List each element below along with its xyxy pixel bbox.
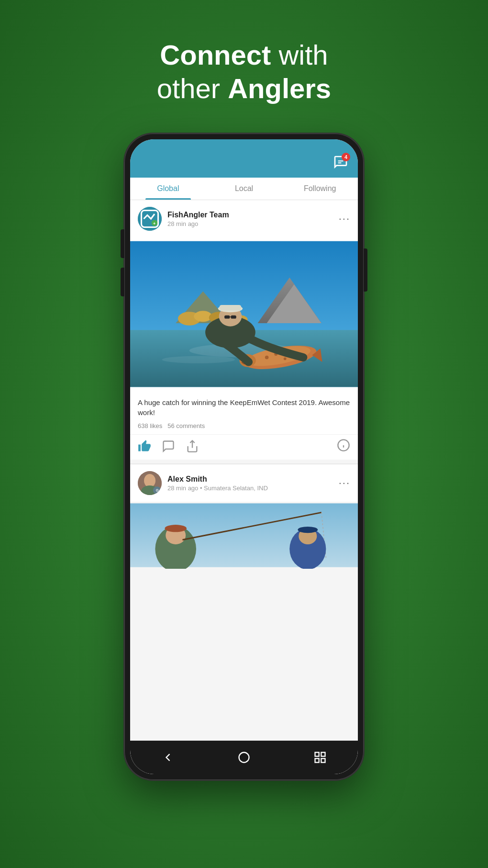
post1-likes: 638 likes <box>138 422 162 429</box>
headline-plain2: other <box>157 73 228 104</box>
svg-point-14 <box>162 356 235 363</box>
svg-point-45 <box>165 525 187 532</box>
svg-rect-54 <box>321 759 325 763</box>
app-header: 4 <box>130 139 358 178</box>
svg-text:+: + <box>153 221 155 226</box>
nav-bar <box>130 741 358 774</box>
post1-header: + FishAngler Team 28 min ago ··· <box>130 200 358 237</box>
share-button[interactable] <box>186 440 199 453</box>
info-button[interactable] <box>337 439 350 454</box>
post2-meta: Alex Smith 28 min ago • Sumatera Selatan… <box>167 475 339 492</box>
post2-card: ⚙ Alex Smith 28 min ago • Sumatera Selat… <box>130 464 358 502</box>
overview-button[interactable] <box>308 745 332 769</box>
post-card-1: + FishAngler Team 28 min ago ··· <box>130 200 358 460</box>
headline-bold1: Connect <box>160 39 271 70</box>
phone-wrapper: 4 Global Local Following <box>124 134 364 780</box>
post1-image <box>130 237 358 391</box>
notification-badge: 4 <box>342 153 350 161</box>
svg-rect-53 <box>321 753 325 756</box>
like-button[interactable] <box>138 440 151 453</box>
tab-local[interactable]: Local <box>206 178 282 200</box>
svg-rect-21 <box>231 316 236 319</box>
avatar-fishangler: + <box>138 207 162 231</box>
tab-following[interactable]: Following <box>282 178 358 200</box>
svg-rect-52 <box>315 753 319 756</box>
back-button[interactable] <box>156 745 180 769</box>
svg-text:⚙: ⚙ <box>155 488 159 493</box>
feed: + FishAngler Team 28 min ago ··· <box>130 200 358 741</box>
post2-more-btn[interactable]: ··· <box>339 479 350 486</box>
post1-username: FishAngler Team <box>167 211 339 219</box>
home-button[interactable] <box>232 745 256 769</box>
headline-plain1: with <box>271 39 328 70</box>
comment-button[interactable] <box>162 440 175 453</box>
headline-bold2: Anglers <box>228 73 331 104</box>
post1-time: 28 min ago <box>167 220 339 227</box>
post1-caption: A huge catch for winning the KeepEmWet C… <box>130 391 358 420</box>
post1-actions <box>130 434 358 460</box>
svg-point-50 <box>298 527 318 533</box>
svg-rect-19 <box>220 305 242 310</box>
post2-image <box>130 502 358 569</box>
post1-stats: 638 likes 56 comments <box>130 420 358 434</box>
phone-outer: 4 Global Local Following <box>124 134 364 780</box>
tab-global[interactable]: Global <box>130 178 206 200</box>
post2-username: Alex Smith <box>167 475 339 484</box>
post1-more-btn[interactable]: ··· <box>339 215 350 222</box>
post2-time-location: 28 min ago • Sumatera Selatan, IND <box>167 485 339 492</box>
phone-screen: 4 Global Local Following <box>130 139 358 774</box>
svg-point-27 <box>284 358 287 361</box>
svg-point-38 <box>144 474 155 487</box>
svg-point-25 <box>265 356 269 360</box>
svg-rect-20 <box>224 316 230 319</box>
post1-comments: 56 comments <box>167 422 205 429</box>
svg-rect-55 <box>315 759 319 763</box>
headline: Connect with other Anglers <box>100 38 388 105</box>
svg-point-51 <box>239 753 249 763</box>
post1-meta: FishAngler Team 28 min ago <box>167 211 339 227</box>
notification-icon[interactable]: 4 <box>333 155 348 172</box>
tabs-bar: Global Local Following <box>130 178 358 200</box>
avatar2: ⚙ <box>138 471 162 495</box>
